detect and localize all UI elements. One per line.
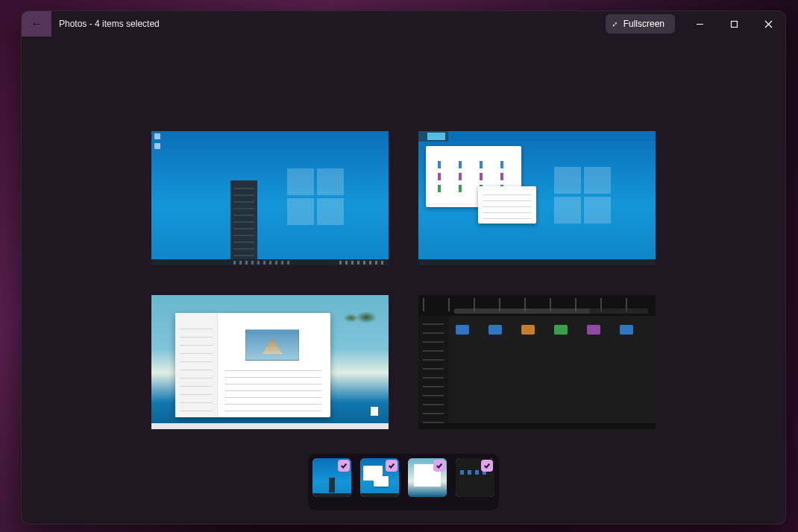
- thumbnail-item[interactable]: [360, 458, 399, 497]
- thumbnail-item[interactable]: [408, 458, 447, 497]
- photo-item[interactable]: [151, 131, 389, 265]
- selection-check-icon[interactable]: [433, 460, 445, 472]
- fullscreen-icon: ↕: [610, 19, 621, 29]
- thumbnail-filmstrip: [308, 454, 499, 510]
- window-controls: [682, 11, 785, 37]
- close-icon: [764, 20, 773, 28]
- maximize-button[interactable]: [717, 11, 751, 37]
- minimize-icon: [696, 20, 704, 28]
- maximize-icon: [730, 20, 738, 28]
- fullscreen-label: Fullscreen: [623, 19, 665, 29]
- photo-item[interactable]: [151, 295, 389, 429]
- photo-grid: [151, 131, 656, 429]
- photo-item[interactable]: [418, 295, 656, 429]
- content-area: [22, 37, 785, 524]
- minimize-button[interactable]: [682, 11, 717, 37]
- svg-rect-1: [731, 21, 737, 27]
- thumbnail-item[interactable]: [312, 458, 351, 497]
- selection-check-icon[interactable]: [481, 460, 493, 472]
- app-window: ← Photos - 4 items selected ↕ Fullscreen: [21, 10, 786, 525]
- fullscreen-button[interactable]: ↕ Fullscreen: [606, 14, 675, 34]
- selection-check-icon[interactable]: [338, 460, 350, 472]
- window-title: Photos - 4 items selected: [59, 19, 160, 29]
- back-button[interactable]: ←: [22, 11, 51, 37]
- title-bar: ← Photos - 4 items selected ↕ Fullscreen: [22, 11, 785, 37]
- selection-check-icon[interactable]: [386, 460, 398, 472]
- photo-item[interactable]: [418, 131, 656, 265]
- thumbnail-item[interactable]: [456, 458, 494, 497]
- back-arrow-icon: ←: [31, 18, 43, 30]
- close-button[interactable]: [751, 11, 785, 37]
